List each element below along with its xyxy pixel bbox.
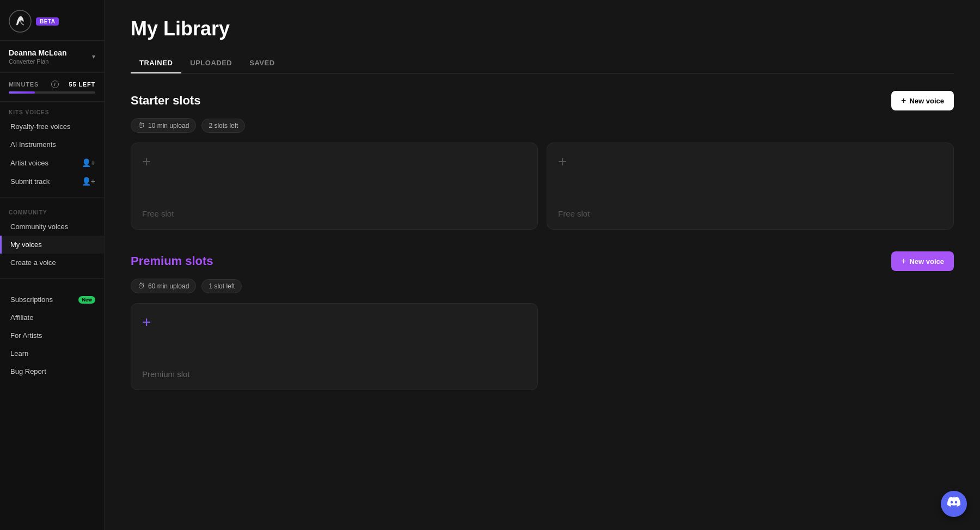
subscriptions-label: Subscriptions <box>10 295 53 304</box>
info-icon: i <box>51 81 59 88</box>
sidebar-header: BETA <box>0 0 104 41</box>
other-section: Subscriptions New Affiliate For Artists … <box>0 283 104 383</box>
sidebar-divider-1 <box>0 197 104 198</box>
page-body: Starter slots + New voice ⏱ 10 min uploa… <box>105 73 980 429</box>
discord-icon <box>947 497 960 511</box>
starter-slots-badge: 2 slots left <box>201 119 245 133</box>
chevron-down-icon: ▾ <box>92 53 95 60</box>
starter-new-voice-button[interactable]: + New voice <box>891 91 954 110</box>
tabs: TRAINED UPLOADED SAVED <box>131 53 954 73</box>
add-person-icon-2: 👤+ <box>82 177 95 186</box>
premium-slots-grid: + Premium slot <box>131 303 954 390</box>
sidebar-item-for-artists[interactable]: For Artists <box>0 326 104 344</box>
minutes-section: MINUTES i 55 left <box>0 73 104 102</box>
sidebar-item-community-voices[interactable]: Community voices <box>0 218 104 236</box>
minutes-label: MINUTES i 55 left <box>9 81 95 88</box>
learn-label: Learn <box>10 349 28 358</box>
my-voices-label: My voices <box>10 241 42 249</box>
logo-area: BETA <box>9 10 59 33</box>
kits-voices-label: KITS VOICES <box>0 109 104 115</box>
logo-icon <box>9 10 32 33</box>
for-artists-label: For Artists <box>10 331 42 340</box>
minutes-count: 55 left <box>69 81 95 88</box>
affiliate-label: Affiliate <box>10 313 33 322</box>
sidebar-item-bug-report[interactable]: Bug Report <box>0 362 104 380</box>
premium-slots-header: Premium slots + New voice <box>131 251 954 271</box>
premium-slot-label: Premium slot <box>142 369 190 379</box>
sidebar-item-subscriptions[interactable]: Subscriptions New <box>0 291 104 309</box>
starter-slots-header: Starter slots + New voice <box>131 91 954 110</box>
clock-icon-premium: ⏱ <box>138 282 145 290</box>
starter-slots-section: Starter slots + New voice ⏱ 10 min uploa… <box>131 91 954 230</box>
starter-slots-grid: + Free slot + Free slot <box>131 143 954 230</box>
beta-badge: BETA <box>36 17 59 26</box>
community-label: COMMUNITY <box>0 209 104 215</box>
tab-saved[interactable]: SAVED <box>241 53 283 73</box>
premium-new-voice-label: New voice <box>909 257 944 266</box>
community-voices-label: Community voices <box>10 223 68 231</box>
starter-slots-meta: ⏱ 10 min upload 2 slots left <box>131 118 954 133</box>
clock-icon: ⏱ <box>138 121 145 130</box>
sidebar-item-submit-track[interactable]: Submit track 👤+ <box>0 172 104 190</box>
slot-label-1: Free slot <box>142 209 174 218</box>
sidebar-item-learn[interactable]: Learn <box>0 344 104 362</box>
slot-plus-icon-1: + <box>142 154 151 169</box>
sidebar-item-royalty-free-voices[interactable]: Royalty-free voices <box>0 118 104 135</box>
sidebar-item-ai-instruments[interactable]: AI Instruments <box>0 135 104 153</box>
sidebar-item-artist-voices[interactable]: Artist voices 👤+ <box>0 153 104 172</box>
premium-slots-section: Premium slots + New voice ⏱ 60 min uploa… <box>131 251 954 390</box>
tab-uploaded[interactable]: UPLOADED <box>181 53 241 73</box>
sidebar-divider-2 <box>0 278 104 279</box>
minutes-bar-fill <box>9 91 35 94</box>
slot-plus-icon-2: + <box>558 154 567 169</box>
ai-instruments-label: AI Instruments <box>10 140 56 149</box>
starter-upload-badge: ⏱ 10 min upload <box>131 118 196 133</box>
starter-new-voice-label: New voice <box>909 97 944 105</box>
premium-slots-badge: 1 slot left <box>201 279 242 293</box>
sidebar-item-affiliate[interactable]: Affiliate <box>0 309 104 326</box>
page-title: My Library <box>131 17 954 40</box>
premium-slot-plus-icon: + <box>142 315 151 330</box>
starter-slot-2[interactable]: + Free slot <box>547 143 954 230</box>
add-person-icon: 👤+ <box>82 158 95 167</box>
starter-slots-title: Starter slots <box>131 94 200 108</box>
premium-upload-badge: ⏱ 60 min upload <box>131 279 196 293</box>
sidebar-item-my-voices[interactable]: My voices <box>0 236 104 254</box>
plus-icon-premium: + <box>901 256 906 266</box>
user-info: Deanna McLean Converter Plan <box>9 48 67 65</box>
premium-new-voice-button[interactable]: + New voice <box>891 251 954 271</box>
premium-slots-meta: ⏱ 60 min upload 1 slot left <box>131 279 954 293</box>
user-name: Deanna McLean <box>9 48 67 57</box>
discord-button[interactable] <box>941 491 967 517</box>
user-section[interactable]: Deanna McLean Converter Plan ▾ <box>0 41 104 73</box>
minutes-bar <box>9 91 95 94</box>
starter-slot-1[interactable]: + Free slot <box>131 143 538 230</box>
create-a-voice-label: Create a voice <box>10 258 56 267</box>
tab-trained[interactable]: TRAINED <box>131 53 181 73</box>
sidebar-item-create-a-voice[interactable]: Create a voice <box>0 254 104 272</box>
new-badge: New <box>78 296 95 304</box>
plus-icon: + <box>901 96 906 106</box>
sidebar: BETA Deanna McLean Converter Plan ▾ MINU… <box>0 0 105 530</box>
premium-slots-title: Premium slots <box>131 254 213 268</box>
user-plan: Converter Plan <box>9 58 67 65</box>
premium-slot-1[interactable]: + Premium slot <box>131 303 538 390</box>
royalty-free-voices-label: Royalty-free voices <box>10 122 71 131</box>
main-content: My Library TRAINED UPLOADED SAVED Starte… <box>105 0 980 530</box>
artist-voices-label: Artist voices <box>10 159 48 167</box>
kits-voices-section: KITS VOICES Royalty-free voices AI Instr… <box>0 102 104 193</box>
bug-report-label: Bug Report <box>10 367 46 375</box>
slot-label-2: Free slot <box>558 209 590 218</box>
submit-track-label: Submit track <box>10 177 50 186</box>
page-header: My Library TRAINED UPLOADED SAVED <box>105 0 980 73</box>
community-section: COMMUNITY Community voices My voices Cre… <box>0 202 104 274</box>
